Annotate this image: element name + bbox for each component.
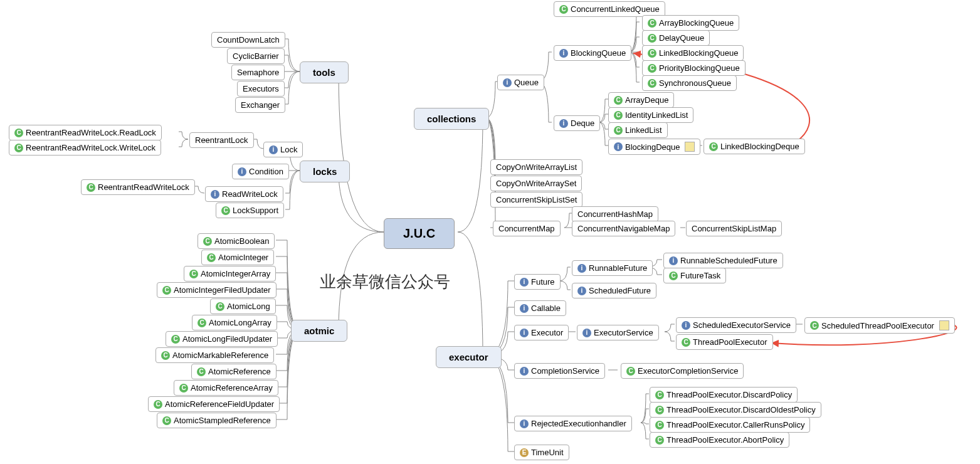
node-completionservice[interactable]: iCompletionService	[514, 363, 605, 379]
node-atomicreference[interactable]: CAtomicReference	[191, 364, 277, 379]
node-linkedlist[interactable]: CLinkedList	[608, 122, 668, 138]
class-icon: C	[221, 206, 230, 215]
node-cyclicbarrier[interactable]: CyclicBarrier	[227, 48, 285, 64]
interface-icon: i	[682, 321, 690, 330]
node-priorityblockingqueue[interactable]: CPriorityBlockingQueue	[642, 60, 746, 76]
node-readlock[interactable]: CReentrantReadWriteLock.ReadLock	[9, 125, 162, 140]
branch-executor[interactable]: executor	[436, 346, 502, 368]
node-rejectedexecutionhandler[interactable]: iRejectedExecutionhandler	[514, 416, 632, 431]
class-icon: C	[189, 270, 198, 278]
node-cslset[interactable]: ConcurrentSkipListSet	[490, 192, 582, 208]
node-atomicboolean[interactable]: CAtomicBoolean	[198, 233, 275, 249]
node-cowlist[interactable]: CopyOnWriteArrayList	[490, 159, 582, 175]
class-icon: C	[216, 302, 224, 311]
root-node[interactable]: J.U.C	[384, 218, 455, 249]
note-icon	[939, 320, 949, 330]
node-tpe[interactable]: CThreadPoolExecutor	[676, 334, 773, 350]
class-icon: C	[669, 272, 678, 280]
node-cowset[interactable]: CopyOnWriteArraySet	[490, 176, 582, 191]
node-scheduledfuture[interactable]: iScheduledFuture	[572, 283, 656, 298]
note-icon	[685, 142, 695, 152]
class-icon: C	[682, 338, 690, 347]
class-icon: C	[614, 111, 623, 120]
class-icon: C	[648, 79, 656, 88]
node-atomicintegerfiledupdater[interactable]: CAtomicIntegerFiledUpdater	[157, 282, 277, 298]
node-deque[interactable]: iDeque	[554, 115, 600, 131]
node-lock[interactable]: iLock	[263, 142, 303, 157]
node-cslm[interactable]: ConcurrentSkipListMap	[686, 221, 782, 236]
interface-icon: i	[520, 367, 529, 376]
node-condition[interactable]: iCondition	[232, 164, 289, 179]
node-executors[interactable]: Executors	[237, 81, 285, 97]
node-blockingqueue[interactable]: iBlockingQueue	[554, 45, 631, 61]
subtitle: 业余草微信公众号	[320, 271, 450, 293]
node-atomiclongfiledupdater[interactable]: CAtomicLongFiledUpdater	[166, 331, 278, 347]
class-icon: C	[655, 391, 664, 399]
node-rej3[interactable]: CThreadPoolExecutor.AbortPolicy	[650, 432, 789, 448]
class-icon: C	[154, 400, 162, 409]
class-icon: C	[87, 183, 95, 192]
branch-tools[interactable]: tools	[300, 61, 349, 83]
branch-atomic[interactable]: aotmic	[291, 320, 347, 342]
node-runnablefuture[interactable]: iRunnableFuture	[572, 260, 653, 276]
node-futuretask[interactable]: CFutureTask	[663, 268, 726, 283]
interface-icon: i	[520, 278, 529, 287]
node-atomiclongarray[interactable]: CAtomicLongArray	[192, 315, 277, 330]
node-arrayblockingqueue[interactable]: CArrayBlockingQueue	[642, 15, 739, 31]
branch-collections[interactable]: collections	[414, 108, 489, 130]
node-reentrantlock[interactable]: ReentrantLock	[189, 132, 254, 148]
node-rej2[interactable]: CThreadPoolExecutor.CallerRunsPolicy	[650, 417, 810, 433]
node-semaphore[interactable]: Semaphore	[231, 65, 285, 80]
node-countdownlatch[interactable]: CountDownLatch	[211, 32, 285, 48]
node-executorservice[interactable]: iExecutorService	[577, 325, 659, 340]
node-atomiclong[interactable]: CAtomicLong	[210, 298, 276, 314]
node-executor[interactable]: iExecutor	[514, 325, 569, 340]
node-atomicmarkablereference[interactable]: CAtomicMarkableReference	[155, 347, 274, 363]
interface-icon: i	[520, 419, 529, 428]
node-atomicinteger[interactable]: CAtomicInteger	[201, 250, 274, 265]
node-synchronousqueue[interactable]: CSynchronousQueue	[642, 75, 737, 91]
node-linkedblockingdeque[interactable]: CLinkedBlockingDeque	[703, 139, 805, 154]
node-reentrantrwlock[interactable]: CReentrantReadWriteLock	[81, 179, 195, 195]
interface-icon: i	[614, 142, 623, 151]
node-atomicintegerarray[interactable]: CAtomicIntegerArray	[184, 266, 276, 282]
node-future[interactable]: iFuture	[514, 274, 561, 290]
class-icon: C	[14, 144, 23, 152]
node-rej1[interactable]: CThreadPoolExecutor.DiscardOldestPolicy	[650, 402, 821, 418]
class-icon: C	[648, 64, 656, 73]
node-timeunit[interactable]: ETimeUnit	[514, 445, 569, 460]
node-linkedblockingqueue[interactable]: CLinkedBlockingQueue	[642, 45, 744, 61]
node-ses[interactable]: iScheduledExecutorService	[676, 317, 796, 333]
node-ecs[interactable]: CExecutorCompletionService	[621, 363, 744, 379]
branch-locks[interactable]: locks	[300, 161, 350, 182]
node-queue[interactable]: iQueue	[497, 75, 544, 90]
interface-icon: i	[211, 190, 219, 199]
class-icon: C	[162, 416, 171, 425]
interface-icon: i	[582, 329, 591, 337]
class-icon: C	[203, 237, 212, 246]
interface-icon: i	[559, 119, 568, 128]
class-icon: C	[179, 384, 188, 393]
node-cnm[interactable]: ConcurrentNavigableMap	[572, 221, 675, 236]
node-locksupport[interactable]: CLockSupport	[216, 203, 284, 218]
node-blockingdeque[interactable]: iBlockingDeque	[608, 139, 700, 155]
node-writelock[interactable]: CReentrantReadWriteLock.WriteLock	[9, 140, 161, 156]
node-stpe[interactable]: CScheduledThreadPoolExecutor	[804, 317, 955, 334]
node-delayqueue[interactable]: CDelayQueue	[642, 30, 710, 46]
node-arraydeque[interactable]: CArrayDeque	[608, 92, 674, 108]
node-atomicreferencefieldupdater[interactable]: CAtomicReferenceFieldUpdater	[148, 396, 280, 412]
node-identitylinkedlist[interactable]: CIdentityLinkedList	[608, 107, 693, 123]
class-icon: C	[648, 34, 656, 43]
node-rej0[interactable]: CThreadPoolExecutor.DiscardPolicy	[650, 387, 798, 403]
node-callable[interactable]: iCallable	[514, 300, 566, 316]
node-atomicstampledreference[interactable]: CAtomicStampledReference	[157, 413, 277, 428]
node-readwritelock[interactable]: iReadWriteLock	[205, 186, 283, 202]
node-concurrentmap[interactable]: ConcurrentMap	[493, 221, 561, 236]
class-icon: C	[626, 367, 635, 376]
node-runnablescheduledfuture[interactable]: iRunnableScheduledFuture	[663, 253, 783, 268]
node-atomicreferencearray[interactable]: CAtomicReferenceArray	[174, 380, 278, 396]
class-icon: C	[614, 126, 623, 135]
node-chm[interactable]: ConcurrentHashMap	[572, 206, 658, 222]
node-exchanger[interactable]: Exchanger	[235, 97, 285, 113]
class-icon: C	[709, 142, 718, 151]
